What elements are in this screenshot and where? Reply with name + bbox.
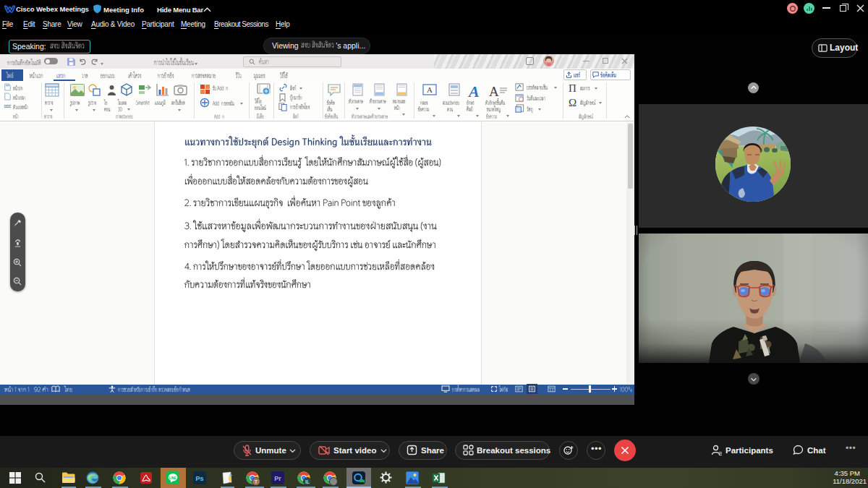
svg-text:A: A (427, 85, 433, 94)
svg-text:Ps: Ps (195, 475, 203, 482)
svg-text:LINE: LINE (169, 476, 176, 480)
svg-text:Pr: Pr (274, 475, 281, 482)
